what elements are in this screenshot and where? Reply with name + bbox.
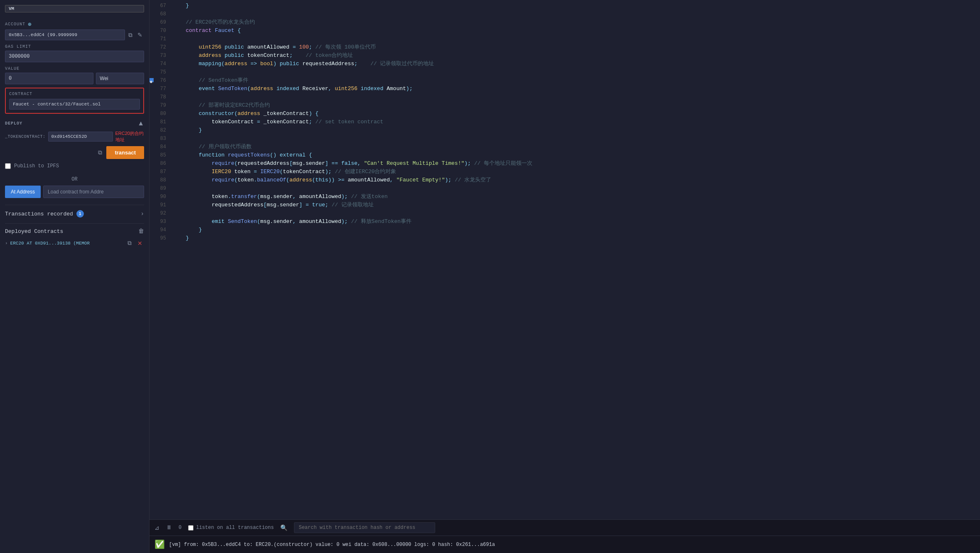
fold-button[interactable]: ⊿: [154, 524, 159, 531]
code-line-91: 91 requestedAddress[msg.sender] = true; …: [156, 201, 973, 209]
code-line-71: 71: [156, 35, 973, 43]
transactions-section: Transactions recorded 1 ›: [5, 205, 144, 218]
or-divider: OR: [5, 176, 144, 182]
value-row: Wei Gwei Finney Ether: [5, 73, 144, 84]
gas-label: GAS LIMIT: [5, 44, 31, 49]
code-line-70: 70 contract Faucet {: [156, 27, 973, 35]
code-line-79: 79 // 部署时设定ERC2代币合约: [156, 101, 973, 110]
account-section-label: ACCOUNT ⊕: [5, 21, 144, 28]
contract-item-copy-button[interactable]: ⧉: [126, 238, 133, 248]
code-line-74: 74 mapping(address => bool) public reque…: [156, 60, 973, 68]
code-line-69: 69 // ERC20代币的水龙头合约: [156, 18, 973, 27]
deploy-header: DEPLOY ▲: [5, 120, 144, 127]
code-lines: 67 } 68 69 // ERC20代币的水龙头合约: [149, 2, 980, 242]
publish-checkbox[interactable]: [5, 163, 11, 169]
contract-item-delete-button[interactable]: ✕: [136, 238, 144, 248]
search-icon: 🔍: [280, 524, 287, 531]
token-label: _TOKENCONTRACT:: [5, 135, 46, 139]
at-address-button[interactable]: At Address: [5, 186, 41, 198]
transact-button[interactable]: transact: [106, 146, 144, 159]
account-copy-button[interactable]: ⧉: [127, 30, 134, 40]
code-line-95: 95 }: [156, 234, 973, 242]
transact-copy-button[interactable]: ⧉: [96, 147, 104, 158]
code-line-86: 86 require(requestedAddress[msg.sender] …: [156, 159, 973, 168]
vm-badge: VM: [5, 5, 144, 12]
tx-log: ✅ [vm] from: 0x5B3...eddC4 to: ERC20.(co…: [149, 536, 980, 553]
code-line-75: 75: [156, 68, 973, 76]
gas-section-label: GAS LIMIT: [5, 44, 144, 49]
code-line-81: 81 tokenContract = _tokenContract; // se…: [156, 118, 973, 126]
token-input[interactable]: [48, 132, 113, 142]
address-buttons: At Address Load contract from Addre: [5, 186, 144, 198]
code-line-76: 76 // SendToken事件 ●: [156, 76, 973, 85]
value-section-label: VALUE: [5, 66, 144, 71]
listen-checkbox[interactable]: [188, 525, 194, 531]
code-line-90: 90 token.transfer(msg.sender, amountAllo…: [156, 193, 973, 201]
code-line-87: 87 IERC20 token = IERC20(tokenContract);…: [156, 168, 973, 176]
breakpoint-dot: ●: [149, 78, 154, 82]
code-line-89: 89: [156, 184, 973, 193]
bottom-bar: ⊿ ⏸ 0 listen on all transactions 🔍 ✅ [vm…: [149, 519, 980, 553]
transactions-badge: 1: [76, 210, 84, 218]
value-label: VALUE: [5, 66, 20, 71]
gas-input[interactable]: [5, 51, 144, 62]
value-input[interactable]: [5, 73, 93, 84]
contract-select[interactable]: Faucet - contracts/32/Faucet.sol: [9, 99, 140, 110]
code-line-93: 93 emit SendToken(msg.sender, amountAllo…: [156, 218, 973, 226]
success-icon: ✅: [154, 539, 165, 550]
main-layout: VM ACCOUNT ⊕ 0x5B3...eddC4 (99.9999999 ⧉…: [0, 0, 980, 553]
code-editor[interactable]: 67 } 68 69 // ERC20代币的水龙头合约: [149, 0, 980, 519]
transactions-header: Transactions recorded 1 ›: [5, 210, 144, 218]
contract-item-chevron[interactable]: ›: [5, 241, 8, 246]
transactions-text: Transactions recorded: [5, 211, 73, 217]
deploy-label: DEPLOY: [5, 121, 22, 126]
tx-text: [vm] from: 0x5B3...eddC4 to: ERC20.(cons…: [169, 542, 495, 548]
listen-row: listen on all transactions: [188, 525, 274, 531]
contract-item-name: ERC20 AT 0XD91...39138 (MEMOR: [10, 241, 123, 246]
account-select[interactable]: 0x5B3...eddC4 (99.9999999: [5, 29, 125, 40]
sidebar: VM ACCOUNT ⊕ 0x5B3...eddC4 (99.9999999 ⧉…: [0, 0, 149, 553]
contract-box: CONTRACT Faucet - contracts/32/Faucet.so…: [5, 88, 144, 114]
count-badge: 0: [179, 525, 181, 531]
contract-label: CONTRACT: [9, 92, 140, 96]
account-edit-button[interactable]: ✎: [136, 30, 144, 40]
publish-label: Publish to IPFS: [14, 163, 59, 169]
clock-icon: ⏸: [166, 524, 172, 531]
search-input[interactable]: [294, 522, 435, 533]
bottom-toolbar: ⊿ ⏸ 0 listen on all transactions 🔍: [149, 520, 980, 536]
publish-row: Publish to IPFS: [5, 163, 144, 169]
code-line-68: 68: [156, 10, 973, 18]
account-row: 0x5B3...eddC4 (99.9999999 ⧉ ✎: [5, 29, 144, 40]
code-line-83: 83: [156, 135, 973, 143]
deploy-chevron-button[interactable]: ▲: [137, 120, 144, 127]
deployed-contract-item: › ERC20 AT 0XD91...39138 (MEMOR ⧉ ✕: [5, 238, 144, 248]
listen-label: listen on all transactions: [196, 525, 274, 531]
code-line-82: 82 }: [156, 126, 973, 135]
code-line-67: 67 }: [156, 2, 973, 10]
transactions-chevron[interactable]: ›: [141, 210, 144, 217]
account-label: ACCOUNT: [5, 22, 25, 27]
code-line-88: 88 require(token.balanceOf(address(this)…: [156, 176, 973, 184]
deployed-contracts-label: Deployed Contracts: [5, 228, 63, 235]
token-row: _TOKENCONTRACT: ERC20的合约地址: [5, 130, 144, 143]
trash-icon[interactable]: 🗑: [138, 228, 144, 235]
code-line-78: 78: [156, 93, 973, 101]
code-line-72: 72 uint256 public amountAllowed = 100; /…: [156, 43, 973, 51]
code-line-84: 84 // 用户领取代币函数: [156, 143, 973, 151]
transact-btn-row: ⧉ transact: [5, 146, 144, 159]
deployed-contracts-section: Deployed Contracts 🗑 › ERC20 AT 0XD91...…: [5, 223, 144, 248]
code-line-80: 80 constructor(address _tokenContract) {: [156, 110, 973, 118]
account-plus-icon[interactable]: ⊕: [28, 21, 32, 28]
code-area: 67 } 68 69 // ERC20代币的水龙头合约: [149, 0, 980, 244]
code-line-77: 77 event SendToken(address indexed Recei…: [156, 85, 973, 93]
right-panel: 67 } 68 69 // ERC20代币的水龙头合约: [149, 0, 980, 553]
token-annotation: ERC20的合约地址: [115, 130, 144, 143]
code-line-85: 85 function requestTokens() external {: [156, 151, 973, 159]
unit-select[interactable]: Wei Gwei Finney Ether: [96, 73, 144, 84]
code-line-73: 73 address public tokenContract; // toke…: [156, 51, 973, 60]
code-line-94: 94 }: [156, 226, 973, 234]
deployed-contracts-header: Deployed Contracts 🗑: [5, 228, 144, 235]
code-line-92: 92: [156, 209, 973, 218]
transactions-label: Transactions recorded 1: [5, 210, 84, 218]
load-contract-button[interactable]: Load contract from Addre: [43, 186, 144, 198]
